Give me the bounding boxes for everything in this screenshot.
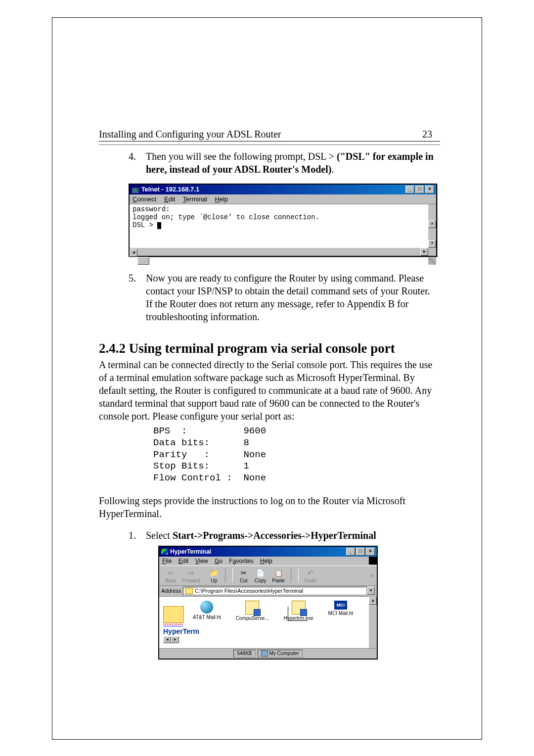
telnet-window: 📺 Telnet - 192.168.7.1 _ □ × CConnectonn… [129,184,437,257]
resize-grip-icon[interactable] [428,257,436,265]
step-5-text: Now you are ready to configure the Route… [146,272,438,323]
ht-throbber-icon: 🖥 [369,557,377,565]
folder-icon [185,588,193,594]
file-compu-label: CompuServe... [236,615,269,621]
folder-nav-right-icon[interactable]: ▸ [171,636,179,643]
ht-minimize-button[interactable]: _ [346,548,355,556]
copy-button[interactable]: 📄Copy [255,568,266,583]
step-1: 1. Select Start->Programs->Accessories->… [129,529,440,542]
ht-menu-view[interactable]: ViewView [195,558,208,565]
telnet-titlebar[interactable]: 📺 Telnet - 192.168.7.1 _ □ × [130,185,436,194]
rainbow-rule-icon [163,624,183,626]
scroll-thumb[interactable] [137,257,149,265]
ht-menu-favorites[interactable]: FavoritesFavorites [229,558,253,565]
back-button[interactable]: ⇦Back [165,568,176,583]
ht-maximize-button[interactable]: □ [356,548,365,556]
ht-statusbar: 548KB My Computer [159,648,377,659]
step-5: 5. Now you are ready to configure the Ro… [129,272,440,323]
cursor-icon [157,222,161,229]
telnet-terminal-output[interactable]: password: logged on; type `@close' to cl… [130,204,436,248]
status-location-text: My Computer [269,651,299,656]
ht-titlebar[interactable]: HyperTerminal _ □ × [159,547,377,557]
close-button[interactable]: × [425,186,434,193]
paste-icon: 📋 [273,568,283,578]
step-1-text-a: Select [146,530,173,541]
status-size: 548KB [233,650,255,658]
telnet-line-1: password: [133,205,170,213]
address-dropdown-icon[interactable]: ▾ [367,587,375,595]
header-rule [99,141,440,142]
forward-button[interactable]: ⇨Forward [182,568,200,583]
status-location: My Computer [258,650,303,658]
file-mci-mail[interactable]: MCI MCI Mail.ht [328,601,354,616]
ht-title: HyperTerminal [170,548,211,555]
globe-icon [200,601,213,614]
folder-nav-left-icon[interactable]: ◂ [163,636,171,643]
ht-close-button[interactable]: × [366,548,375,556]
menu-terminal[interactable]: TerminalTerminal [183,195,207,203]
forward-arrow-icon: ⇨ [186,568,196,578]
telnet-line-2: logged on; type `@close' to close connec… [133,213,319,221]
paste-button[interactable]: 📋Paste [272,568,285,583]
ht-menu-file[interactable]: FileFile [162,558,172,565]
section-para-2: Following steps provide the instructions… [99,494,440,520]
toolbar-overflow-icon[interactable]: » [370,572,374,579]
folder-info-panel: HyperTerm ◂ ▸ [163,606,199,643]
ht-menu-go[interactable]: GoGo [215,558,222,565]
copy-icon: 📄 [256,568,266,578]
header-rule-thin [99,144,440,145]
callout-lines [273,607,312,626]
up-folder-icon: 📁 [209,568,219,578]
cut-button[interactable]: ✂Cut [239,568,249,583]
scroll-up-icon[interactable]: ▴ [428,220,436,228]
ht-toolbar: ⇦Back ⇨Forward 📁Up ✂Cut 📄Copy 📋Paste ↶Un… [159,566,377,586]
undo-icon: ↶ [306,568,315,578]
menu-connect[interactable]: CConnectonnect [133,195,156,203]
exe-icon [245,601,259,614]
menu-help[interactable]: HelpHelp [215,195,228,203]
telnet-vscrollbar[interactable]: ▴ ▾ [428,204,436,248]
scroll-right-icon[interactable]: ▸ [420,248,428,256]
step-4-text-a: Then you will see the following prompt, … [146,151,337,162]
file-mci-label: MCI Mail.ht [328,611,354,616]
up-button[interactable]: 📁Up [209,568,219,583]
scroll-left-icon[interactable]: ◂ [130,249,137,257]
menu-edit[interactable]: EditEdit [164,195,175,203]
telnet-menubar: CConnectonnect EditEdit TerminalTerminal… [130,194,436,204]
step-4-text-c: . [331,164,334,175]
minimize-button[interactable]: _ [405,186,414,193]
header-title: Installing and Configuring your ADSL Rou… [99,129,281,140]
step-4: 4. Then you will see the following promp… [129,150,440,176]
step-5-number: 5. [129,272,143,284]
ht-menu-edit[interactable]: EditEdit [178,558,189,565]
ht-vscrollbar[interactable]: ▴ [369,597,377,648]
mci-icon: MCI [334,601,347,610]
hyperterminal-window: HyperTerminal _ □ × FileFile EditEdit Vi… [158,546,378,660]
serial-settings: BPS : 9600 Data bits: 8 Parity : None St… [153,425,440,484]
step-1-text-b: Start->Programs->Accessories->HyperTermi… [173,530,376,541]
step-4-number: 4. [129,150,143,163]
ht-address-bar: Address C:\Program Files\Accessories\Hyp… [159,586,377,597]
address-field[interactable]: C:\Program Files\Accessories\HyperTermin… [183,587,367,595]
maximize-button[interactable]: □ [415,186,424,193]
page-header: Installing and Configuring your ADSL Rou… [99,129,440,140]
content: Installing and Configuring your ADSL Rou… [99,129,440,660]
scroll-down-icon[interactable]: ▾ [428,240,436,248]
section-para-1: A terminal can be connected directly to … [99,358,440,423]
back-arrow-icon: ⇦ [166,568,176,578]
telnet-hscrollbar[interactable]: ◂ ▸ [130,248,436,256]
telnet-title: Telnet - 192.168.7.1 [141,186,200,193]
step-4-text: Then you will see the following prompt, … [146,150,438,176]
ht-scroll-up-icon[interactable]: ▴ [369,597,377,605]
step-1-text: Select Start->Programs->Accessories->Hyp… [146,529,438,542]
section-heading: 2.4.2 Using terminal program via serial … [99,341,440,356]
large-folder-icon [163,606,184,623]
ht-menu-help[interactable]: HelpHelp [260,558,272,565]
file-compuserve[interactable]: CompuServe... [236,601,269,621]
computer-icon [261,651,268,657]
undo-button[interactable]: ↶Undo [305,568,316,583]
ht-app-icon [161,549,168,555]
address-label: Address [161,588,181,594]
ht-file-list[interactable]: AT&T Mail.ht CompuServe... Hypertrm.exe … [159,597,377,648]
step-1-number: 1. [129,529,143,542]
